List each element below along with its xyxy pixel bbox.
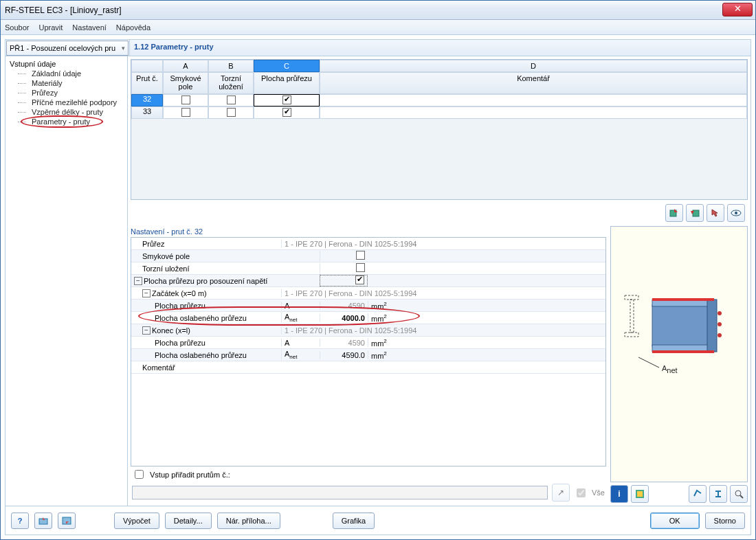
prop-value-editable[interactable]: 4590.0 [320,351,368,359]
collapse-icon[interactable]: − [142,326,151,335]
layers-button[interactable] [631,485,649,503]
assign-checkbox[interactable] [135,470,144,479]
settings-title: Nastavení - prut č. 32 [131,226,606,237]
import-button[interactable] [665,204,683,222]
assign-all-checkbox[interactable] [577,488,586,497]
cell-shear[interactable] [163,94,208,106]
tree-item[interactable]: Průřezy [7,88,126,98]
prop-label: Plocha oslabeného průřezu [155,314,247,322]
grid-row[interactable]: 32 [131,94,747,106]
ok-button[interactable]: OK [650,513,700,529]
col-letter-a[interactable]: A [163,60,208,72]
col-header-a[interactable]: Smykové pole [163,72,208,94]
col-header-b[interactable]: Torzní uložení [208,72,254,94]
col-header-c[interactable]: Plocha průřezu [254,72,320,94]
row-number[interactable]: 33 [131,106,163,119]
prop-label: Smykové pole [142,252,190,260]
row-number[interactable]: 32 [131,94,163,106]
case-combo[interactable]: PŘ1 - Posouzení ocelových pru [6,41,129,56]
menu-help[interactable]: Nápověda [116,23,151,32]
grid-row[interactable]: 33 [131,106,747,119]
prop-unit: mm2 [368,313,401,323]
collapse-icon[interactable]: − [134,277,142,285]
svg-rect-18 [637,491,643,497]
col-header-rownum[interactable]: Prut č. [131,72,163,94]
prop-label: Plocha průřezu [155,339,205,347]
svg-rect-11 [652,298,714,301]
col-letter-c[interactable]: C [254,60,320,72]
preview-viewport[interactable]: Anet [610,226,748,482]
tree-item[interactable]: Příčné mezilehlé podpory [7,98,126,107]
assign-pick-button[interactable]: ↗ [552,484,570,502]
cs-button[interactable] [689,485,707,503]
titlebar: RF-STEEL EC3 - [Liniovy_rastr] ✕ [1,1,755,20]
cell-torsion[interactable] [208,94,254,106]
cell-comment[interactable] [320,94,747,106]
assign-label: Vstup přiřadit prutům č.: [150,471,230,479]
close-button[interactable]: ✕ [722,3,753,16]
cell-shear[interactable] [163,106,208,119]
info-button[interactable]: i [610,485,628,503]
checkbox[interactable] [282,108,291,117]
prop-label: Plocha průřezu pro posouzení napětí [144,277,267,285]
view-button[interactable] [727,204,745,222]
preview-panel: Anet i [610,226,748,503]
tree-item-label: Parametry - pruty [32,117,90,126]
prop-symbol: Anet [281,313,320,323]
checkbox[interactable] [227,108,236,117]
menu-file[interactable]: Soubor [5,23,29,32]
cell-torsion[interactable] [208,106,254,119]
assign-input[interactable] [132,486,548,499]
svg-rect-15 [625,333,638,337]
prop-check[interactable] [320,263,368,273]
cell-area[interactable] [254,94,320,106]
graphics-button[interactable]: Grafika [333,513,375,529]
collapse-icon[interactable]: − [142,289,151,297]
prop-check[interactable] [320,251,368,261]
col-letter-blank [131,60,163,72]
col-letter-d[interactable]: D [320,60,747,72]
checkbox[interactable] [181,95,190,104]
cancel-button[interactable]: Storno [705,513,745,529]
tree-item[interactable]: Základní údaje [7,69,126,78]
prop-label: Komentář [142,363,175,372]
prop-check[interactable] [320,275,368,286]
prop-label: Plocha průřezu [155,302,205,310]
details-button[interactable]: Detaily... [165,513,212,529]
tree-root[interactable]: Vstupní údaje [7,59,126,69]
prop-unit: mm2 [368,350,401,360]
prop-value-editable[interactable]: 4000.0 [320,314,368,322]
tree-item[interactable]: Materiály [7,78,126,88]
menu-edit[interactable]: Upravit [38,23,63,32]
calculate-button[interactable]: Výpočet [114,513,159,529]
load-button[interactable] [34,513,52,529]
tree-item[interactable]: Vzpěrné délky - pruty [7,107,126,117]
menu-settings[interactable]: Nastavení [72,23,107,32]
zoom-button[interactable] [730,485,748,503]
svg-rect-21 [715,496,721,497]
property-list[interactable]: Průřez1 - IPE 270 | Ferona - DIN 1025-5:… [131,237,606,466]
pick-button[interactable] [707,204,724,222]
prop-label: Torzní uložení [142,265,189,273]
prop-value: 4590 [320,339,368,347]
save-button[interactable] [58,513,76,529]
prop-value: 1 - IPE 270 | Ferona - DIN 1025-5:1994 [281,326,605,335]
checkbox[interactable] [181,108,190,117]
checkbox[interactable] [227,95,236,104]
svg-point-10 [718,333,722,337]
prop-value: 1 - IPE 270 | Ferona - DIN 1025-5:1994 [281,240,605,248]
col-header-d[interactable]: Komentář [320,72,747,94]
cell-area[interactable] [254,106,320,119]
app-window: RF-STEEL EC3 - [Liniovy_rastr] ✕ Soubor … [0,0,756,540]
col-letter-b[interactable]: B [208,60,254,72]
checkbox[interactable] [282,95,291,104]
tree-item-selected[interactable]: Parametry - pruty [7,117,126,126]
help-button[interactable]: ? [11,513,29,529]
footer: ? Výpočet Detaily... Nár. příloha... Gra… [5,506,751,535]
export-button[interactable] [686,204,704,222]
members-grid[interactable]: A B C D Prut č. Smykové pole Torzní ulož… [131,59,748,200]
cell-comment[interactable] [320,106,747,119]
svg-rect-13 [625,295,638,300]
profile-button[interactable] [709,485,727,503]
national-annex-button[interactable]: Nár. příloha... [217,513,280,529]
